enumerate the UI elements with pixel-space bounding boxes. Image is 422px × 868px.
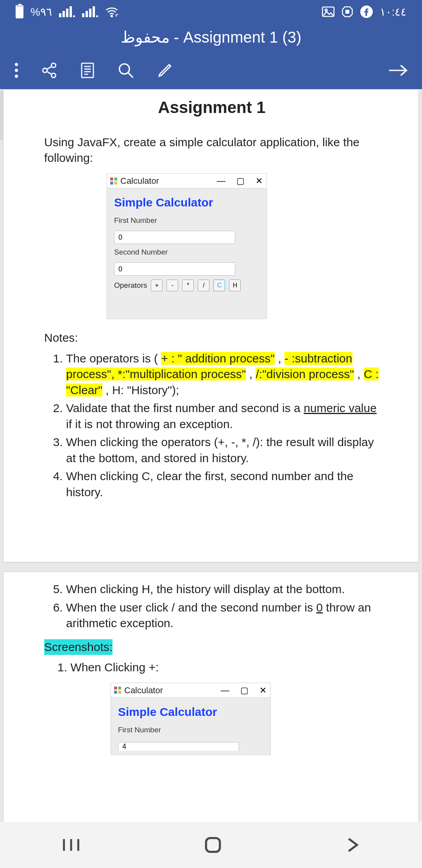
- svg-rect-25: [118, 687, 122, 690]
- close-icon: ✕: [259, 685, 266, 696]
- stop-icon: [342, 6, 353, 18]
- svg-rect-12: [82, 63, 93, 78]
- calc-window-title: Calculator: [120, 175, 159, 187]
- note-5: When clicking H, the history will displa…: [66, 581, 379, 597]
- app-title: محفوظ - Assignment 1 (3): [0, 23, 422, 52]
- doc-page-2: When clicking H, the history will displa…: [3, 572, 419, 830]
- first-number-label: First Number: [118, 725, 263, 735]
- maximize-icon: ▢: [236, 175, 245, 187]
- toolbar: [0, 52, 422, 89]
- signal1-icon: [59, 6, 75, 17]
- recents-button[interactable]: [61, 836, 81, 854]
- system-nav-bar: [0, 822, 422, 868]
- svg-point-0: [111, 15, 113, 17]
- signal2-icon: [82, 6, 98, 17]
- battery-percent: %٩٦: [30, 5, 52, 18]
- image-icon: [322, 6, 334, 17]
- note-6: When the user click / and the second num…: [66, 600, 379, 631]
- calc-screenshot-2: Calculator — ▢ ✕ Simple Calculator First…: [111, 683, 271, 755]
- minimize-icon: —: [217, 175, 225, 187]
- first-number-input: [114, 231, 235, 244]
- status-bar: %٩٦ ١٠:٤٤: [0, 0, 422, 23]
- first-number-label: First Number: [114, 215, 259, 226]
- svg-rect-24: [114, 687, 117, 690]
- back-button[interactable]: [345, 836, 361, 854]
- svg-rect-22: [110, 181, 113, 185]
- divide-button: /: [198, 280, 209, 291]
- svg-point-7: [15, 69, 18, 72]
- app-window-icon: [110, 178, 117, 185]
- intro-text: Using JavaFX, create a simple calculator…: [44, 135, 379, 166]
- search-icon[interactable]: [117, 62, 134, 79]
- screenshot-item-1: 1. When Clicking +:: [57, 660, 379, 676]
- share-icon[interactable]: [41, 62, 58, 79]
- doc-page-1: Assignment 1 Using JavaFX, create a simp…: [3, 89, 419, 562]
- svg-rect-26: [114, 691, 117, 694]
- reading-view-icon[interactable]: [80, 62, 95, 79]
- multiply-button: *: [182, 280, 194, 291]
- second-number-label: Second Number: [114, 247, 259, 257]
- svg-rect-23: [114, 181, 118, 185]
- note-1: The operators is ( + : " addition proces…: [66, 351, 379, 398]
- more-icon[interactable]: [14, 63, 19, 78]
- svg-point-17: [120, 64, 130, 74]
- svg-line-18: [128, 73, 133, 78]
- battery-icon: [16, 5, 23, 18]
- wifi-icon: [105, 6, 118, 17]
- notes-list-2: When clicking H, the history will displa…: [59, 581, 379, 631]
- note-4: When clicking C, clear the first, second…: [66, 468, 379, 500]
- calc-heading: Simple Calculator: [118, 704, 263, 720]
- svg-rect-21: [114, 178, 118, 181]
- minus-button: -: [166, 280, 178, 291]
- edit-icon[interactable]: [156, 62, 173, 79]
- second-number-input: [114, 262, 235, 276]
- svg-point-6: [15, 63, 18, 66]
- first-number-input-2: [118, 742, 239, 751]
- svg-point-2: [325, 9, 327, 11]
- notes-list: The operators is ( + : " addition proces…: [59, 351, 379, 500]
- note-2: Validate that the first number and secon…: [66, 400, 379, 432]
- minimize-icon: —: [221, 685, 229, 696]
- calc-window-title: Calculator: [124, 685, 163, 696]
- calc-screenshot-1: Calculator — ▢ ✕ Simple Calculator First…: [107, 173, 267, 319]
- svg-point-8: [15, 75, 18, 78]
- maximize-icon: ▢: [240, 685, 249, 696]
- notes-label: Notes:: [44, 330, 379, 346]
- operators-label: Operators: [114, 280, 147, 291]
- facebook-icon: [360, 5, 373, 18]
- history-button: H: [229, 280, 241, 291]
- document-viewport[interactable]: Assignment 1 Using JavaFX, create a simp…: [0, 89, 422, 830]
- home-button[interactable]: [204, 836, 222, 854]
- note-3: When clicking the operators (+, -, *, /)…: [66, 434, 379, 466]
- svg-rect-20: [110, 178, 113, 181]
- app-window-icon: [114, 687, 121, 694]
- svg-rect-27: [118, 691, 122, 694]
- doc-heading: Assignment 1: [44, 97, 379, 119]
- svg-rect-31: [206, 838, 220, 852]
- svg-rect-4: [346, 10, 349, 13]
- close-icon: ✕: [256, 175, 263, 187]
- forward-arrow-icon[interactable]: [388, 63, 408, 78]
- clear-button: C: [213, 280, 225, 291]
- clock-text: ١٠:٤٤: [380, 5, 406, 18]
- plus-button: +: [151, 280, 163, 291]
- screenshots-label: Screenshots:: [44, 639, 113, 655]
- calc-heading: Simple Calculator: [114, 195, 259, 211]
